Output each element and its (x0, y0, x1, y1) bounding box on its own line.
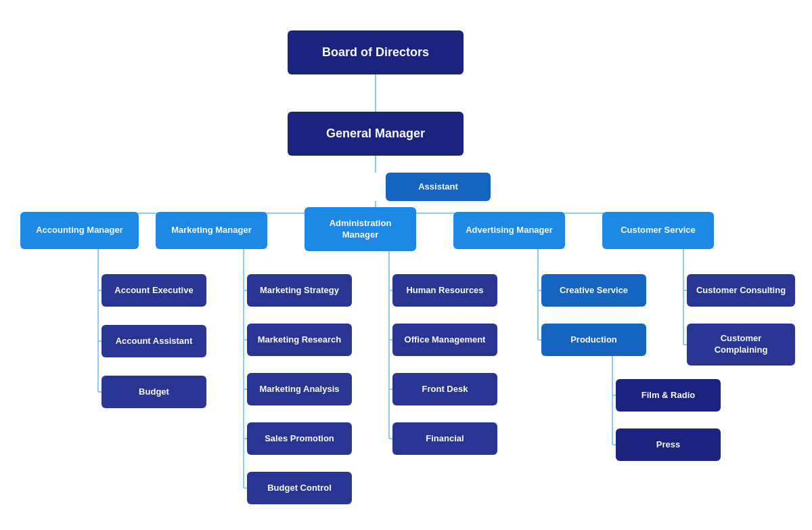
customer-service-node: Customer Service (602, 212, 714, 249)
advertising-manager-node: Advertising Manager (453, 212, 565, 249)
marketing-manager-node: Marketing Manager (156, 212, 267, 249)
sales-promotion-node: Sales Promotion (247, 422, 352, 455)
account-assistant-node: Account Assistant (102, 325, 206, 357)
marketing-analysis-node: Marketing Analysis (247, 373, 352, 405)
customer-complaining-node: Customer Complaining (687, 324, 795, 366)
front-desk-node: Front Desk (392, 373, 497, 405)
budget-control-node: Budget Control (247, 472, 352, 504)
marketing-strategy-node: Marketing Strategy (247, 274, 352, 307)
board-of-directors-node: Board of Directors (288, 30, 464, 74)
administration-manager-node: Administration Manager (304, 207, 416, 251)
marketing-research-node: Marketing Research (247, 324, 352, 356)
production-node: Production (541, 324, 646, 356)
org-chart: Board of Directors General Manager Assis… (7, 14, 805, 528)
general-manager-node: General Manager (288, 112, 464, 156)
accounting-manager-node: Accounting Manager (20, 212, 139, 249)
financial-node: Financial (392, 422, 497, 455)
film-radio-node: Film & Radio (616, 379, 721, 412)
creative-service-node: Creative Service (541, 274, 646, 307)
press-node: Press (616, 428, 721, 461)
customer-consulting-node: Customer Consulting (687, 274, 795, 307)
account-executive-node: Account Executive (102, 274, 206, 307)
assistant-node: Assistant (386, 173, 491, 201)
office-management-node: Office Management (392, 324, 497, 356)
budget-node: Budget (102, 376, 206, 408)
human-resources-node: Human Resources (392, 274, 497, 307)
